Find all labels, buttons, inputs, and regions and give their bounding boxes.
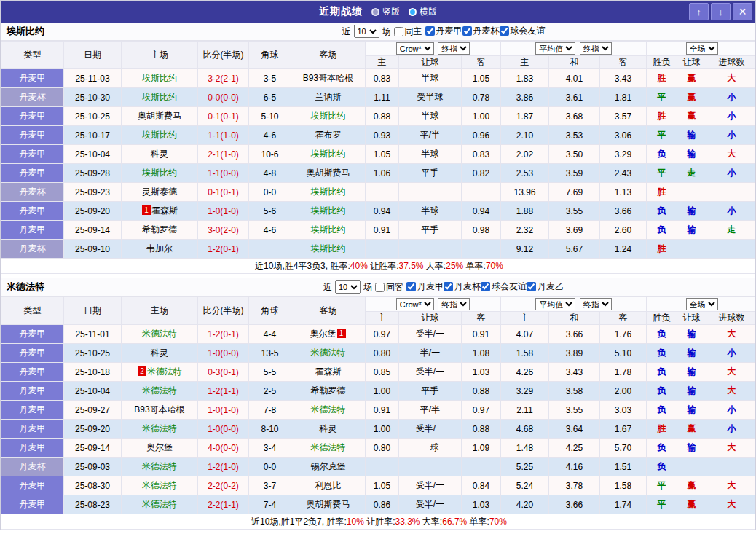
result-wdl: 胜 — [647, 240, 677, 259]
league-type-badge: 丹麦甲 — [1, 325, 64, 344]
league-filter[interactable]: 丹麦乙 — [527, 280, 564, 293]
odds-home — [366, 240, 399, 259]
avg-away-odds: 1.51 — [600, 458, 647, 476]
home-team[interactable]: 米德法特 — [122, 325, 198, 344]
avg-away-odds: 1.74 — [600, 495, 647, 514]
match-row: 丹麦甲 25-08-23 米德法特 2-2(1-1) 7-4 奥胡斯费马 0.8… — [1, 495, 756, 514]
away-team[interactable]: 科灵 — [291, 420, 366, 439]
games-label: 场 — [382, 25, 391, 38]
bookmaker-select[interactable]: Crow* — [396, 42, 434, 55]
scroll-up-button[interactable]: ↑ — [689, 3, 709, 20]
away-team[interactable]: 埃斯比约 — [291, 145, 366, 164]
close-button[interactable]: ✕ — [733, 3, 752, 20]
home-team[interactable]: 灵斯泰德 — [122, 183, 198, 202]
away-team[interactable]: 希勒罗德 — [291, 382, 366, 401]
home-team[interactable]: 科灵 — [122, 145, 198, 164]
corner-score: 6-5 — [249, 88, 291, 107]
same-venue-checkbox[interactable] — [394, 27, 403, 36]
home-team[interactable]: 2米德法特 — [122, 363, 198, 382]
league-filter[interactable]: 丹麦甲 — [406, 280, 444, 293]
home-team[interactable]: 奥尔堡 — [122, 439, 198, 458]
average-odds-select[interactable]: 平均值 — [535, 42, 575, 55]
league-checkbox[interactable] — [527, 282, 536, 291]
home-team[interactable]: 埃斯比约 — [122, 88, 198, 107]
away-team[interactable]: 霍布罗 — [291, 126, 366, 145]
match-count-select[interactable]: 10 — [354, 25, 379, 38]
away-team[interactable]: 埃斯比约 — [291, 107, 366, 126]
league-checkbox[interactable] — [444, 282, 453, 291]
away-team[interactable]: 奥胡斯费马 — [291, 164, 366, 183]
away-team[interactable]: 米德法特 — [291, 344, 366, 363]
same-venue-filter[interactable]: 同主 — [394, 25, 422, 38]
home-team[interactable]: 米德法特 — [122, 458, 198, 476]
home-team[interactable]: 韦加尔 — [122, 240, 198, 259]
away-team[interactable]: 埃斯比约 — [291, 221, 366, 240]
corner-score: 5-5 — [249, 363, 291, 382]
away-team[interactable]: 埃斯比约 — [291, 202, 366, 221]
away-team[interactable]: 锡尔克堡 — [291, 458, 366, 476]
bookmaker-select[interactable]: Crow* — [396, 298, 434, 310]
home-team[interactable]: 米德法特 — [122, 476, 198, 495]
odds-handicap — [399, 240, 462, 259]
league-checkbox[interactable] — [406, 282, 416, 291]
away-team[interactable]: 霍森斯 — [291, 363, 366, 382]
avg-draw-odds: 7.69 — [549, 183, 600, 202]
home-team[interactable]: B93哥本哈根 — [122, 401, 198, 420]
avg-draw-odds: 4.01 — [549, 69, 600, 88]
final-index-select[interactable]: 终指 — [438, 42, 470, 55]
home-team[interactable]: 埃斯比约 — [122, 126, 198, 145]
layout-horizontal-radio[interactable]: 横版 — [409, 6, 437, 18]
col-goals-result: 进球数 — [706, 56, 756, 69]
asian-odds-selector-group: Crow* 终指 — [366, 42, 501, 56]
avg-final-index-select[interactable]: 终指 — [580, 298, 612, 310]
final-index-select[interactable]: 终指 — [438, 298, 470, 310]
avg-final-index-select[interactable]: 终指 — [580, 42, 612, 55]
same-venue-filter[interactable]: 同客 — [375, 281, 403, 294]
league-checkbox[interactable] — [462, 26, 472, 36]
odds-home — [366, 458, 399, 476]
result-handicap: 输 — [677, 202, 706, 221]
fulltime-select[interactable]: 全场 — [686, 298, 718, 310]
home-team[interactable]: 奥胡斯费马 — [122, 107, 198, 126]
league-filter[interactable]: 丹麦甲 — [425, 25, 462, 37]
away-team[interactable]: 兰讷斯 — [291, 88, 366, 107]
avg-draw-odds: 3.55 — [549, 202, 600, 221]
score: 1-0(0-0) — [198, 420, 249, 439]
league-checkbox[interactable] — [500, 26, 509, 36]
home-team[interactable]: 米德法特 — [122, 382, 198, 401]
away-team[interactable]: 利恩比 — [291, 476, 366, 495]
league-filter[interactable]: 球会友谊 — [481, 280, 527, 293]
league-checkbox[interactable] — [425, 26, 435, 36]
home-team[interactable]: 科灵 — [122, 344, 198, 363]
home-team[interactable]: 米德法特 — [122, 420, 198, 439]
rank-badge: 2 — [138, 366, 146, 376]
match-count-select[interactable]: 10 — [335, 280, 361, 294]
home-team[interactable]: 米德法特 — [122, 495, 198, 514]
home-team[interactable]: 希勒罗德 — [122, 221, 198, 240]
away-team[interactable]: 埃斯比约 — [291, 183, 366, 202]
fulltime-select[interactable]: 全场 — [686, 42, 718, 55]
home-team[interactable]: 埃斯比约 — [122, 164, 198, 183]
league-type-badge: 丹麦杯 — [1, 183, 64, 202]
away-team[interactable]: 米德法特 — [291, 401, 366, 420]
away-team[interactable]: B93哥本哈根 — [291, 69, 366, 88]
avg-away-odds: 2.60 — [600, 221, 647, 240]
away-team[interactable]: 米德法特 — [291, 439, 366, 458]
league-filter[interactable]: 球会友谊 — [500, 25, 546, 37]
home-team[interactable]: 1霍森斯 — [122, 202, 198, 221]
odds-home: 0.80 — [366, 344, 399, 363]
away-team[interactable]: 奥尔堡1 — [291, 325, 366, 344]
same-venue-checkbox[interactable] — [375, 283, 385, 292]
layout-vertical-radio[interactable]: 竖版 — [371, 6, 400, 18]
away-team[interactable]: 埃斯比约 — [291, 240, 366, 259]
league-checkbox[interactable] — [481, 282, 490, 291]
avg-draw-odds: 3.69 — [549, 221, 600, 240]
league-filter[interactable]: 丹麦杯 — [462, 25, 500, 37]
result-goals: 大 — [706, 439, 756, 458]
away-team[interactable]: 奥胡斯费马 — [291, 495, 366, 514]
scroll-down-button[interactable]: ↓ — [711, 3, 731, 20]
avg-draw-odds: 3.53 — [549, 126, 600, 145]
average-odds-select[interactable]: 平均值 — [535, 298, 575, 310]
home-team[interactable]: 埃斯比约 — [122, 69, 198, 88]
league-filter[interactable]: 丹麦杯 — [444, 280, 481, 293]
